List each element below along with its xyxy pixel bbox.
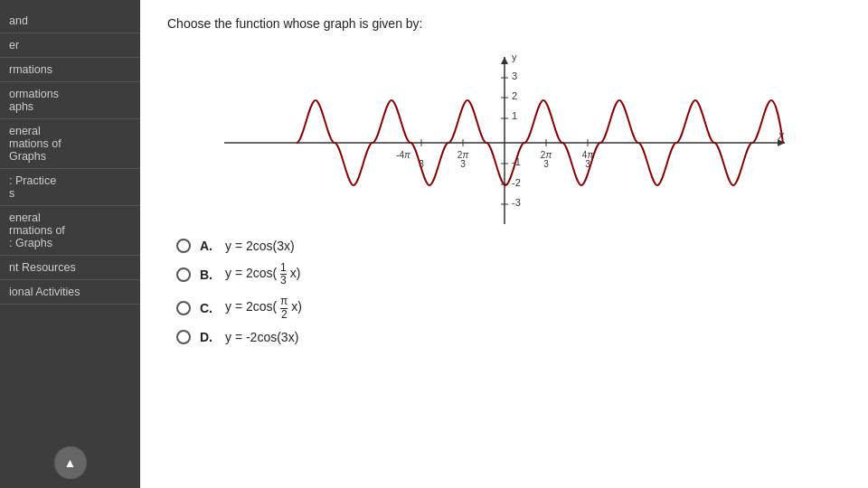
sidebar-item-activities[interactable]: ional Activities (0, 280, 140, 305)
sidebar-item-er[interactable]: er (0, 33, 140, 58)
sidebar-item-and[interactable]: and (0, 9, 140, 33)
avatar: ▲ (54, 446, 87, 479)
answers-container: A. y = 2cos(3x) B. y = 2cos( 1 3 x) C. y… (176, 239, 841, 344)
sidebar-item-rmations[interactable]: rmations (0, 58, 140, 82)
svg-text:-2: -2 (512, 177, 521, 188)
svg-text:3: 3 (512, 70, 517, 81)
svg-text:3: 3 (460, 159, 466, 169)
svg-text:-3: -3 (512, 197, 521, 208)
svg-text:3: 3 (543, 159, 549, 169)
radio-A[interactable] (176, 239, 191, 253)
radio-B[interactable] (176, 267, 191, 282)
avatar-area: ▲ (0, 437, 140, 488)
question-title: Choose the function whose graph is given… (167, 16, 841, 31)
svg-text:-4π: -4π (396, 150, 410, 160)
svg-text:1: 1 (512, 110, 517, 121)
sidebar: and er rmations ormationsaphs eneralmati… (0, 0, 140, 488)
sidebar-item-formations[interactable]: ormationsaphs (0, 82, 140, 119)
sidebar-item-general[interactable]: eneralmations ofGraphs (0, 119, 140, 169)
y-label: y (512, 52, 517, 62)
radio-D[interactable] (176, 330, 191, 344)
sidebar-item-general2[interactable]: eneralrmations of: Graphs (0, 206, 140, 256)
svg-text:2: 2 (512, 90, 517, 101)
answer-C[interactable]: C. y = 2cos( π 2 x) (176, 296, 841, 320)
main-content: Choose the function whose graph is given… (140, 0, 868, 488)
graph-area: y 3 2 1 -1 -2 -3 -4π 3 (167, 43, 841, 224)
sidebar-item-resources[interactable]: nt Resources (0, 256, 140, 280)
answer-B[interactable]: B. y = 2cos( 1 3 x) (176, 262, 841, 286)
radio-C[interactable] (176, 301, 191, 315)
function-graph: y 3 2 1 -1 -2 -3 -4π 3 (197, 43, 812, 224)
answer-A[interactable]: A. y = 2cos(3x) (176, 239, 841, 253)
answer-D[interactable]: D. y = -2cos(3x) (176, 330, 841, 344)
sidebar-item-practice[interactable]: : Practices (0, 169, 140, 206)
